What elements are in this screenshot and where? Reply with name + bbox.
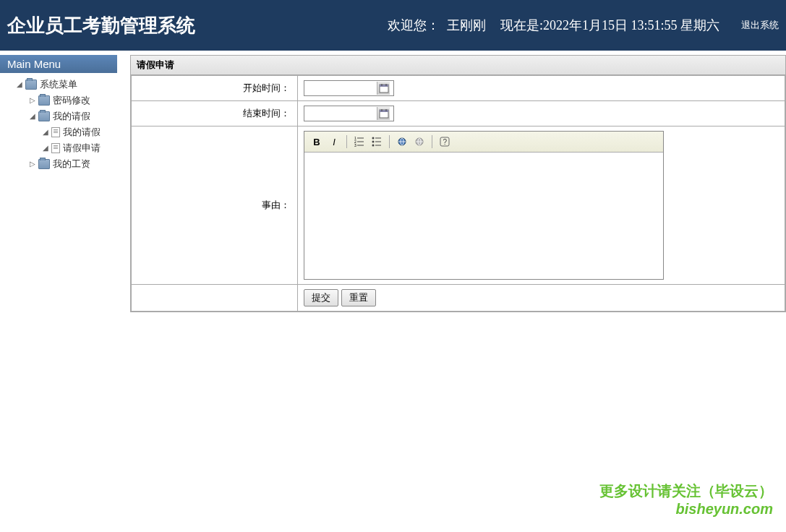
- tree-item-label: 请假申请: [63, 142, 101, 155]
- help-button[interactable]: ?: [437, 134, 453, 149]
- tree-root[interactable]: ◢ 系统菜单: [2, 77, 115, 93]
- unlink-button[interactable]: [411, 134, 427, 149]
- panel-title: 请假申请: [131, 56, 785, 75]
- tree-item-label: 密码修改: [53, 94, 90, 107]
- editor-toolbar: B I 123: [304, 132, 663, 153]
- calendar-icon[interactable]: [377, 82, 390, 95]
- sidebar: Main Menu ◢ 系统菜单 ▷ 密码修改 ◢ 我的请假 ◢ 我的请假: [0, 55, 117, 312]
- start-time-field[interactable]: [304, 80, 394, 96]
- toolbar-separator: [432, 135, 432, 148]
- expand-icon: ▷: [28, 160, 37, 168]
- svg-rect-5: [380, 110, 388, 112]
- reason-row: 事由： B I 123: [132, 126, 785, 285]
- unordered-list-button[interactable]: [369, 134, 385, 149]
- start-time-input[interactable]: [304, 82, 377, 95]
- reset-button[interactable]: 重置: [341, 289, 376, 306]
- toolbar-separator: [346, 135, 347, 148]
- start-time-label: 开始时间：: [132, 76, 298, 101]
- svg-text:?: ?: [443, 138, 448, 146]
- nav-tree: ◢ 系统菜单 ▷ 密码修改 ◢ 我的请假 ◢ 我的请假 ◢: [0, 73, 117, 176]
- link-button[interactable]: [394, 134, 410, 149]
- tree-item-label: 我的请假: [63, 126, 101, 139]
- welcome-label: 欢迎您：: [388, 17, 440, 34]
- actions-row: 提交 重置: [132, 285, 785, 312]
- toolbar-separator: [389, 135, 390, 148]
- reason-textarea[interactable]: [304, 153, 663, 277]
- end-time-row: 结束时间：: [132, 101, 785, 126]
- end-time-field[interactable]: [304, 106, 394, 121]
- expand-icon: ◢: [15, 80, 24, 89]
- svg-text:3: 3: [354, 143, 356, 147]
- tree-item-my-leave[interactable]: ◢ 我的请假: [2, 124, 115, 140]
- expand-icon: ▷: [28, 96, 37, 105]
- tree-item-label: 我的工资: [53, 158, 90, 171]
- bold-button[interactable]: B: [309, 134, 325, 149]
- folder-icon: [38, 159, 50, 169]
- form-table: 开始时间： 结束时间：: [131, 75, 785, 312]
- tree-root-label: 系统菜单: [40, 78, 77, 91]
- datetime: 现在是:2022年1月15日 13:51:55 星期六: [500, 17, 719, 34]
- header-info: 欢迎您： 王刚刚 现在是:2022年1月15日 13:51:55 星期六 退出系…: [388, 17, 779, 34]
- calendar-icon[interactable]: [377, 107, 390, 120]
- file-icon: [51, 143, 60, 153]
- editor-body[interactable]: [304, 153, 663, 279]
- reason-label: 事由：: [132, 126, 298, 285]
- italic-button[interactable]: I: [326, 134, 342, 149]
- form-panel: 请假申请 开始时间： 结束时间：: [130, 55, 786, 312]
- expand-icon: ◢: [41, 144, 50, 153]
- logout-link[interactable]: 退出系统: [741, 19, 779, 32]
- svg-point-16: [372, 141, 375, 143]
- folder-icon: [25, 80, 37, 90]
- rich-editor: B I 123: [304, 131, 664, 280]
- end-time-label: 结束时间：: [132, 101, 298, 126]
- end-time-input[interactable]: [304, 107, 377, 120]
- tree-item-salary[interactable]: ▷ 我的工资: [2, 156, 115, 172]
- username: 王刚刚: [447, 17, 486, 34]
- start-time-row: 开始时间：: [132, 76, 785, 101]
- tree-item-password[interactable]: ▷ 密码修改: [2, 93, 115, 108]
- tree-item-leave[interactable]: ◢ 我的请假: [2, 108, 115, 124]
- submit-button[interactable]: 提交: [304, 289, 338, 306]
- svg-point-18: [372, 145, 375, 147]
- folder-icon: [38, 95, 50, 106]
- svg-point-14: [372, 137, 375, 140]
- tree-item-label: 我的请假: [53, 110, 90, 123]
- main-content: 请假申请 开始时间： 结束时间：: [117, 55, 786, 312]
- tree-item-leave-apply[interactable]: ◢ 请假申请: [2, 140, 115, 156]
- ordered-list-button[interactable]: 123: [351, 134, 367, 149]
- svg-rect-1: [380, 85, 388, 87]
- file-icon: [51, 127, 60, 137]
- expand-icon: ◢: [28, 112, 37, 121]
- expand-icon: ◢: [41, 128, 50, 137]
- sidebar-title: Main Menu: [0, 55, 117, 73]
- app-title: 企业员工考勤管理系统: [7, 13, 195, 38]
- folder-icon: [38, 111, 50, 121]
- app-header: 企业员工考勤管理系统 欢迎您： 王刚刚 现在是:2022年1月15日 13:51…: [0, 0, 786, 51]
